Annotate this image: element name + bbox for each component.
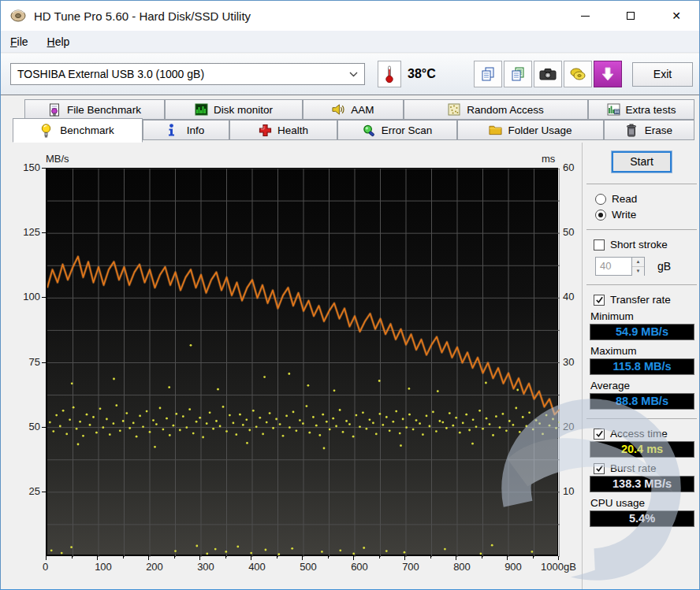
y-right-tick-label: 10 (563, 485, 574, 497)
x-tick-label: 900 (490, 561, 537, 573)
maximize-button[interactable] (608, 1, 653, 31)
close-icon: ✕ (672, 10, 681, 21)
x-tick (251, 556, 251, 560)
save-disks-button[interactable] (564, 61, 592, 87)
minimize-icon (581, 16, 590, 17)
spinner-buttons[interactable]: ▲▼ (631, 257, 645, 276)
burst-rate-checkbox[interactable]: Burst rate (583, 462, 700, 474)
menu-help[interactable]: Help (38, 32, 80, 51)
aam-icon (332, 103, 345, 117)
y-left-tick (42, 168, 46, 169)
y-right-tick-label: 20 (563, 421, 574, 432)
x-minor-tick (277, 556, 277, 558)
tab-erase[interactable]: Erase (604, 120, 694, 140)
short-stroke-size-input[interactable]: 40 (595, 257, 631, 276)
chevron-down-icon (349, 72, 358, 77)
tab-benchmark[interactable]: Benchmark (13, 118, 143, 143)
checkbox-icon-unchecked (594, 239, 605, 250)
y-left-axis-title: MB/s (46, 153, 69, 165)
x-tick (199, 556, 200, 560)
x-tick (97, 556, 98, 560)
radio-icon-read (595, 194, 606, 205)
app-disk-icon (10, 9, 26, 22)
maximum-label: Maximum (583, 345, 700, 357)
tab-folder-usage[interactable]: Folder Usage (457, 120, 604, 140)
tab-info[interactable]: Info (143, 120, 229, 140)
maximum-value: 115.8 MB/s (590, 358, 694, 375)
erase-icon (626, 124, 639, 137)
short-stroke-checkbox[interactable]: Short stroke (583, 239, 700, 250)
x-tick-label: 200 (131, 561, 178, 573)
x-tick-label: 600 (336, 561, 383, 573)
copy-alt-button[interactable] (504, 61, 532, 87)
folder-usage-icon (489, 124, 502, 137)
health-icon (259, 124, 272, 137)
error-scan-icon (363, 124, 376, 137)
tab-label: Random Access (467, 104, 544, 116)
x-tick (456, 556, 456, 560)
drive-selector[interactable]: TOSHIBA External USB 3.0 (1000 gB) (10, 63, 365, 85)
thermometer-icon (385, 65, 394, 83)
y-left-tick-label: 75 (7, 356, 40, 368)
y-left-tick (42, 492, 46, 492)
checkbox-icon-checked (594, 429, 605, 440)
spin-down-icon: ▼ (632, 267, 644, 276)
tab-label: Erase (645, 124, 672, 136)
checkbox-icon-checked (594, 295, 605, 306)
tab-health[interactable]: Health (229, 120, 337, 140)
close-button[interactable]: ✕ (653, 1, 699, 31)
temperature-value: 38°C (408, 67, 436, 81)
y-right-tick-label: 60 (563, 161, 574, 173)
x-minor-tick (123, 556, 124, 558)
tab-error-scan[interactable]: Error Scan (337, 120, 457, 140)
benchmark-chart (46, 168, 558, 556)
tab-label: Error Scan (382, 124, 433, 136)
x-tick (404, 556, 405, 560)
download-arrow-icon (601, 66, 615, 82)
copy-button[interactable] (474, 61, 502, 87)
info-icon (168, 124, 181, 137)
separator (586, 418, 697, 419)
camera-icon (539, 67, 557, 81)
write-radio[interactable]: Write (583, 209, 700, 221)
extra-tests-icon (607, 103, 620, 117)
tab-strip: BenchmarkInfoHealthError ScanFolder Usag… (1, 96, 699, 143)
read-radio-label: Read (612, 193, 637, 205)
temperature-button[interactable] (378, 61, 401, 87)
drive-selector-value: TOSHIBA External USB 3.0 (1000 gB) (17, 68, 204, 80)
y-left-tick-label: 25 (7, 485, 40, 497)
tab-disk-monitor[interactable]: Disk monitor (165, 99, 303, 120)
checkbox-icon-checked (594, 463, 605, 474)
transfer-rate-checkbox[interactable]: Transfer rate (583, 294, 700, 306)
tab-extra-tests[interactable]: Extra tests (588, 99, 694, 120)
screenshot-button[interactable] (534, 61, 562, 87)
x-tick (353, 556, 354, 560)
read-radio[interactable]: Read (583, 193, 700, 205)
access-time-checkbox[interactable]: Access time (583, 428, 700, 440)
x-minor-tick (225, 556, 226, 558)
save-results-button[interactable] (594, 61, 622, 87)
exit-button[interactable]: Exit (632, 62, 693, 87)
tab-label: File Benchmark (67, 104, 141, 116)
tab-file-benchmark[interactable]: File Benchmark (24, 99, 165, 120)
y-right-axis-title: ms (542, 153, 555, 165)
access-time-label: Access time (610, 428, 668, 440)
tab-aam[interactable]: AAM (303, 99, 404, 120)
x-minor-tick (72, 556, 73, 558)
random-access-icon (448, 103, 461, 117)
minimize-button[interactable] (562, 1, 608, 31)
minimum-value: 54.9 MB/s (590, 324, 694, 340)
start-button[interactable]: Start (612, 151, 672, 173)
x-tick-label: 300 (182, 561, 229, 573)
tab-random-access[interactable]: Random Access (404, 99, 588, 120)
y-left-tick (42, 427, 46, 428)
tab-label: Folder Usage (508, 124, 572, 136)
x-tick-label: 1000gB (541, 561, 588, 573)
short-stroke-unit: gB (657, 260, 671, 273)
x-tick-label: 700 (387, 561, 434, 573)
menu-file[interactable]: File (1, 32, 38, 51)
burst-rate-value: 138.3 MB/s (590, 476, 694, 492)
toolbar: TOSHIBA External USB 3.0 (1000 gB) 38°C (1, 54, 699, 95)
y-left-tick (42, 297, 46, 298)
y-left-tick-label: 125 (7, 226, 40, 238)
